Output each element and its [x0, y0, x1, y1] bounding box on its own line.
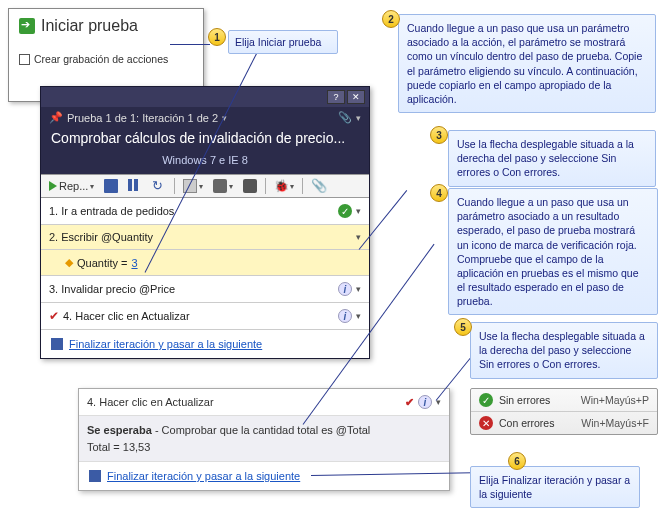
- callout-3: Use la flecha desplegable situada a la d…: [448, 130, 656, 187]
- info-icon: i: [338, 309, 352, 323]
- next-icon: [51, 338, 63, 350]
- callout-4: Cuando llegue a un paso que usa un parám…: [448, 188, 658, 315]
- play-button[interactable]: Rep... ▾: [47, 179, 96, 193]
- start-test-button[interactable]: Iniciar prueba: [19, 17, 193, 35]
- pass-shortcut: Win+Mayús+P: [581, 394, 649, 406]
- finish-iteration-link[interactable]: Finalizar iteración y pasar a la siguien…: [107, 470, 300, 482]
- step-label: 2. Escribir @Quantity: [49, 231, 350, 243]
- chevron-down-icon[interactable]: ▾: [356, 232, 361, 242]
- bullet-icon: ◆: [65, 256, 73, 269]
- leader-5: [436, 357, 471, 400]
- clip-icon: 📎: [311, 179, 325, 193]
- expanded-header: 4. Hacer clic en Actualizar ✔ i ▾: [79, 389, 449, 416]
- pause-icon: [128, 179, 142, 193]
- info-icon: i: [338, 282, 352, 296]
- fail-label: Con errores: [499, 417, 554, 429]
- expected-text: - Comprobar que la cantidad total es @To…: [152, 424, 370, 436]
- titlebar: ? ✕: [41, 87, 369, 107]
- pass-icon: ✓: [479, 393, 493, 407]
- step-expanded-panel: 4. Hacer clic en Actualizar ✔ i ▾ Se esp…: [78, 388, 450, 491]
- callout-6: Elija Finalizar iteración y pasar a la s…: [470, 466, 640, 508]
- fail-option[interactable]: ✕ Con errores Win+Mayús+F: [471, 411, 657, 434]
- runner-footer: Finalizar iteración y pasar a la siguien…: [41, 330, 369, 358]
- play-label: Rep...: [59, 180, 88, 192]
- pass-option[interactable]: ✓ Sin errores Win+Mayús+P: [471, 389, 657, 411]
- fail-icon: ✕: [479, 416, 493, 430]
- reset-icon: ↻: [152, 179, 166, 193]
- close-button[interactable]: ✕: [347, 90, 365, 104]
- callout-2: Cuando llegue a un paso que usa un parám…: [398, 14, 656, 113]
- video-icon: [243, 179, 257, 193]
- checkbox-icon: [19, 54, 30, 65]
- callout-num-3: 3: [430, 126, 448, 144]
- callout-num-4: 4: [430, 184, 448, 202]
- info-icon: i: [418, 395, 432, 409]
- expected-check-icon: ✔: [405, 396, 414, 409]
- pass-label: Sin errores: [499, 394, 550, 406]
- param-key: Quantity =: [77, 257, 127, 269]
- toolbar: Rep... ▾ ↻ ▾ ▾ 🐞▾ 📎: [41, 174, 369, 198]
- camera-button[interactable]: ▾: [211, 178, 235, 194]
- chevron-down-icon[interactable]: ▾: [356, 311, 361, 321]
- step-row[interactable]: 2. Escribir @Quantity ▾: [41, 225, 369, 250]
- fail-shortcut: Win+Mayús+F: [581, 417, 649, 429]
- create-recording-checkbox[interactable]: Crear grabación de acciones: [19, 53, 193, 65]
- start-label: Iniciar prueba: [41, 17, 138, 35]
- callout-5: Use la flecha desplegable situada a la d…: [470, 322, 658, 379]
- pause-button[interactable]: [126, 178, 144, 194]
- breadcrumb: 📌 Prueba 1 de 1: Iteración 1 de 2 ▾ 📎 ▾: [41, 107, 369, 128]
- attach-button[interactable]: 📎: [309, 178, 327, 194]
- pin-icon[interactable]: 📌: [49, 111, 63, 124]
- total-line: Total = 13,53: [87, 439, 441, 456]
- param-link[interactable]: 3: [131, 257, 137, 269]
- bug-icon: 🐞: [274, 179, 288, 193]
- checkbox-label: Crear grabación de acciones: [34, 53, 168, 65]
- camera-icon: [213, 179, 227, 193]
- step-label: ✔4. Hacer clic en Actualizar: [49, 309, 332, 323]
- help-button[interactable]: ?: [327, 90, 345, 104]
- play-icon: [49, 181, 57, 191]
- chevron-down-icon[interactable]: ▾: [356, 113, 361, 123]
- step-row[interactable]: ✔4. Hacer clic en Actualizar i ▾: [41, 303, 369, 330]
- reset-button[interactable]: ↻: [150, 178, 168, 194]
- next-icon: [89, 470, 101, 482]
- save-button[interactable]: [102, 178, 120, 194]
- step-label: 1. Ir a entrada de pedidos: [49, 205, 332, 217]
- callout-num-6: 6: [508, 452, 526, 470]
- step-label: 3. Invalidar precio @Price: [49, 283, 332, 295]
- callout-num-5: 5: [454, 318, 472, 336]
- step-list: 1. Ir a entrada de pedidos ✓ ▾ 2. Escrib…: [41, 198, 369, 330]
- callout-num-2: 2: [382, 10, 400, 28]
- bug-button[interactable]: 🐞▾: [272, 178, 296, 194]
- clip-icon[interactable]: 📎: [338, 111, 352, 124]
- video-button[interactable]: [241, 178, 259, 194]
- expected-label: Se esperaba: [87, 424, 152, 436]
- breadcrumb-label: Prueba 1 de 1: Iteración 1 de 2: [67, 112, 218, 124]
- step-row[interactable]: 1. Ir a entrada de pedidos ✓ ▾: [41, 198, 369, 225]
- step-row[interactable]: 3. Invalidar precio @Price i ▾: [41, 276, 369, 303]
- leader-1: [170, 44, 210, 45]
- chevron-down-icon[interactable]: ▾: [356, 284, 361, 294]
- callout-num-1: 1: [208, 28, 226, 46]
- expanded-body: Se esperaba - Comprobar que la cantidad …: [79, 416, 449, 462]
- step-parameter: ◆ Quantity = 3: [41, 250, 369, 276]
- disk-icon: [104, 179, 118, 193]
- chevron-down-icon: ▾: [90, 182, 94, 191]
- test-title: Comprobar cálculos de invalidación de pr…: [41, 128, 369, 152]
- chevron-down-icon[interactable]: ▾: [356, 206, 361, 216]
- result-legend: ✓ Sin errores Win+Mayús+P ✕ Con errores …: [470, 388, 658, 435]
- finish-iteration-link[interactable]: Finalizar iteración y pasar a la siguien…: [69, 338, 262, 350]
- play-icon: [19, 18, 35, 34]
- expanded-title: 4. Hacer clic en Actualizar: [87, 396, 214, 408]
- expanded-footer: Finalizar iteración y pasar a la siguien…: [79, 462, 449, 490]
- test-runner-window: ? ✕ 📌 Prueba 1 de 1: Iteración 1 de 2 ▾ …: [40, 86, 370, 359]
- pass-icon: ✓: [338, 204, 352, 218]
- callout-1: Elija Iniciar prueba: [228, 30, 338, 54]
- expected-check-icon: ✔: [49, 309, 59, 323]
